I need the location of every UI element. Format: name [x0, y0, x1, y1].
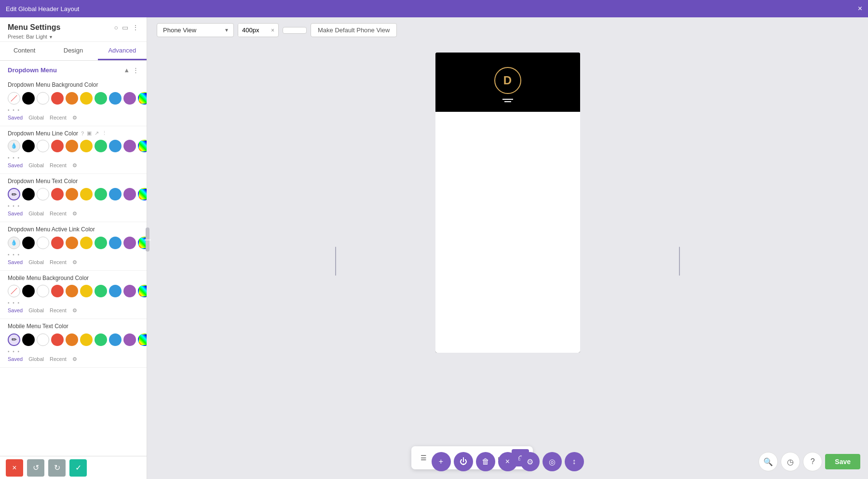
swatch-orange-2[interactable] [66, 140, 78, 152]
swatch-red-6[interactable] [51, 333, 64, 346]
swatch-white-3[interactable] [37, 188, 49, 200]
float-target-button[interactable]: ◎ [542, 452, 562, 471]
panel-split-icon[interactable]: ▭ [122, 24, 128, 31]
swatch-yellow-3[interactable] [80, 188, 93, 200]
color-settings-icon-2[interactable]: ⚙ [72, 162, 77, 169]
swatch-purple-5[interactable] [123, 285, 136, 297]
swatch-purple-3[interactable] [123, 188, 136, 200]
float-power-button[interactable]: ⏻ [454, 452, 473, 471]
swatch-yellow-5[interactable] [80, 285, 93, 297]
swatch-yellow-1[interactable] [80, 92, 93, 105]
help-tool-button[interactable]: ? [803, 452, 822, 471]
view-select[interactable]: Phone View [157, 23, 234, 37]
swatch-orange-3[interactable] [66, 188, 78, 200]
color-saved-6[interactable]: Saved [8, 356, 23, 362]
swatch-red-4[interactable] [51, 237, 64, 249]
swatch-green-1[interactable] [95, 92, 107, 105]
panel-more-icon[interactable]: ⋮ [132, 24, 139, 31]
swatch-orange-5[interactable] [66, 285, 78, 297]
swatch-gradient-5[interactable] [138, 285, 147, 297]
swatch-green-2[interactable] [95, 140, 107, 152]
swatch-black-2[interactable] [22, 140, 35, 152]
color-settings-icon-3[interactable]: ⚙ [72, 211, 77, 217]
device-icon-line[interactable]: ▣ [87, 130, 92, 136]
swatch-red-3[interactable] [51, 188, 64, 200]
dots-more-2[interactable]: • • • [8, 154, 139, 161]
color-settings-icon-5[interactable]: ⚙ [72, 307, 77, 314]
dots-more-5[interactable]: • • • [8, 299, 139, 306]
color-global-4[interactable]: Global [28, 259, 44, 266]
color-saved-2[interactable]: Saved [8, 162, 23, 169]
swatch-black-5[interactable] [22, 285, 35, 297]
arrow-icon-line[interactable]: ↗ [95, 130, 99, 136]
color-global-2[interactable]: Global [28, 162, 44, 169]
color-recent-5[interactable]: Recent [50, 307, 67, 314]
swatch-gradient-2[interactable] [138, 140, 147, 152]
color-settings-icon-1[interactable]: ⚙ [72, 115, 77, 121]
eyedropper-mobile-text[interactable]: ✏ [8, 333, 20, 346]
title-bar-close-button[interactable]: × [858, 4, 862, 13]
swatch-purple-2[interactable] [123, 140, 136, 152]
swatch-orange-6[interactable] [66, 333, 78, 346]
tab-content[interactable]: Content [0, 42, 49, 60]
float-trash-button[interactable]: 🗑 [476, 452, 495, 471]
color-saved-1[interactable]: Saved [8, 115, 23, 121]
cancel-button[interactable]: × [6, 459, 23, 477]
swatch-purple-6[interactable] [123, 333, 136, 346]
swatch-yellow-2[interactable] [80, 140, 93, 152]
swatch-blue-6[interactable] [109, 333, 122, 346]
swatch-white-5[interactable] [37, 285, 49, 297]
color-global-5[interactable]: Global [28, 307, 44, 314]
dots-more-1[interactable]: • • • [8, 106, 139, 114]
section-collapse-icon[interactable]: ▲ [123, 67, 130, 74]
swatch-white-4[interactable] [37, 237, 49, 249]
swatch-blue-2[interactable] [109, 140, 122, 152]
width-clear-button[interactable]: × [267, 24, 278, 37]
undo-button[interactable]: ↺ [27, 459, 44, 477]
confirm-button[interactable]: ✓ [69, 459, 87, 477]
resize-handle-right[interactable] [679, 247, 680, 276]
color-saved-4[interactable]: Saved [8, 259, 23, 266]
swatch-yellow-4[interactable] [80, 237, 93, 249]
swatch-black-6[interactable] [22, 333, 35, 346]
swatch-orange-4[interactable] [66, 237, 78, 249]
dots-more-3[interactable]: • • • [8, 202, 139, 210]
swatch-red-5[interactable] [51, 285, 64, 297]
swatch-green-6[interactable] [95, 333, 107, 346]
color-settings-icon-4[interactable]: ⚙ [72, 259, 77, 266]
save-button[interactable]: Save [825, 454, 860, 469]
dots-more-6[interactable]: • • • [8, 348, 139, 355]
swatch-green-5[interactable] [95, 285, 107, 297]
float-close-button[interactable]: × [498, 452, 517, 471]
swatch-orange-1[interactable] [66, 92, 78, 105]
swatch-white-6[interactable] [37, 333, 49, 346]
panel-resize-handle[interactable] [146, 227, 149, 252]
eyedropper-line[interactable]: 💧 [8, 140, 20, 152]
color-global-1[interactable]: Global [28, 115, 44, 121]
swatch-black-3[interactable] [22, 188, 35, 200]
swatch-white-1[interactable] [37, 92, 49, 105]
tab-advanced[interactable]: Advanced [98, 42, 147, 60]
float-add-button[interactable]: + [432, 452, 451, 471]
swatch-transparent-1[interactable] [8, 92, 20, 105]
eyedropper-text[interactable]: ✏ [8, 188, 20, 200]
search-tool-button[interactable]: 🔍 [759, 452, 778, 471]
swatch-blue-1[interactable] [109, 92, 122, 105]
color-saved-5[interactable]: Saved [8, 307, 23, 314]
swatch-red-1[interactable] [51, 92, 64, 105]
color-recent-1[interactable]: Recent [50, 115, 67, 121]
color-recent-4[interactable]: Recent [50, 259, 67, 266]
panel-search-icon[interactable]: ○ [114, 24, 118, 31]
swatch-transparent-5[interactable] [8, 285, 20, 297]
canvas-tool-list[interactable]: ☰ [415, 449, 433, 466]
help-icon-line[interactable]: ? [81, 131, 84, 136]
swatch-green-4[interactable] [95, 237, 107, 249]
color-recent-2[interactable]: Recent [50, 162, 67, 169]
color-settings-icon-6[interactable]: ⚙ [72, 356, 77, 362]
color-global-3[interactable]: Global [28, 211, 44, 217]
swatch-blue-4[interactable] [109, 237, 122, 249]
tab-design[interactable]: Design [49, 42, 97, 60]
resize-handle-left[interactable] [335, 247, 336, 276]
color-recent-6[interactable]: Recent [50, 356, 67, 362]
panel-preset[interactable]: Preset: Bar Light [8, 34, 139, 40]
